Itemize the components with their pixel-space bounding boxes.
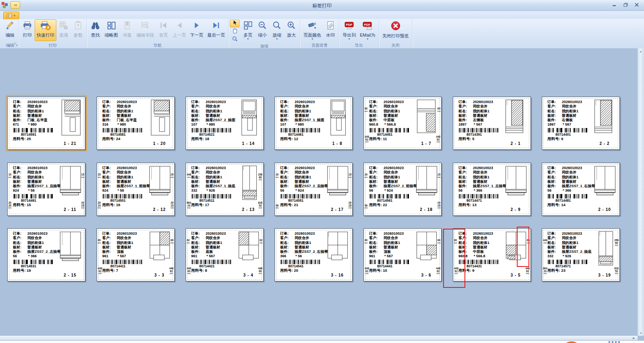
usage-value: 24 [115,136,120,141]
material-value: 普通板材 [384,245,398,250]
customer-value: 同纹合并 [206,236,220,240]
width-value: 961 [369,254,384,259]
zoom-button[interactable]: 放缩▼ [270,19,284,41]
restore-button[interactable] [622,2,629,8]
label-card-18[interactable]: 订单:2026010023客户:同纹合并柜名:我的柜体1板材:普通板材板件:抽屉… [275,228,353,281]
vertical-scrollbar[interactable]: ▲ ▼ [637,48,644,336]
edge-annotation-tr: 62 [260,239,262,244]
label-card-10[interactable]: 订单:2026010023客户:同纹合并柜名:我的柜体1板材:普通板材板件:抽屉… [186,163,264,216]
part-value: 抽屉ZSS7_2_后抽帮 [295,184,328,188]
cursor-select-button[interactable] [230,20,239,27]
zoom-region-button[interactable] [230,36,239,43]
last-page-button[interactable]: 最后一页 [205,19,227,41]
multi-page-button[interactable]: 多页▼ [241,19,255,41]
zoom-in-button[interactable]: 放大 [284,19,299,41]
next-page-button[interactable]: 下一页 [188,19,205,41]
label-card-3[interactable]: 订单:2026010023客户:同纹合并柜名:我的柜体1板材:普通板材板件:抽屉… [186,97,264,150]
zoom-out-icon [258,21,267,32]
label-card-4[interactable]: 订单:2026010023客户:同纹合并柜名:我的柜体1板材:普通板材板件:抽屉… [275,97,353,150]
bookmark-icon [122,21,132,32]
cabinet-value: 我的柜体1 [206,175,222,180]
close-print-preview-button[interactable]: 关闭打印预览 [380,19,411,41]
label-card-12[interactable]: 订单:2026010023客户:同纹合并柜名:我的柜体1板材:普通板材板件:抽屉… [363,163,442,216]
prev-page-icon [175,21,184,32]
label-card-8[interactable]: 订单:2026010023客户:同纹合并柜名:我的柜体1板材:普通板材板件:抽屉… [7,163,85,216]
label-card-14[interactable]: 订单:2026010023客户:同纹合并柜名:我的柜体1板材:普通板材板件:抽屉… [542,163,620,216]
label-card-21[interactable]: 订单:2026010023客户:同纹合并柜名:我的柜体1板材:普通板材板件:抽屉… [542,228,620,281]
order-value: 2026010023 [117,231,137,236]
material-value: 普通板材 [27,245,42,250]
customer-value: 同纹合并 [295,170,309,175]
barcode-number: 80714521 [186,132,228,136]
scroll-down-icon[interactable]: ▼ [638,330,644,336]
group-label-export: 导出 [341,43,378,48]
options-grid-icon [59,21,68,32]
order-value: 2026010023 [27,231,47,236]
zoom-out-button[interactable]: 缩小 [255,19,270,41]
hand-pan-button[interactable] [230,28,239,35]
label-card-6[interactable]: 订单:2026010023客户:同纹合并柜名:我的柜体1板材:普通板材板件:左侧… [453,97,531,150]
ribbon-tab-strip: ▼ [0,11,644,19]
order-value: 2026010023 [473,100,493,104]
edge-annotation-tr: 60 [438,107,440,112]
part-value: 抽屉ZSS7_1_右抽帮 [562,184,595,188]
quick-print-button[interactable]: 快速打印 [35,19,56,41]
find-button[interactable]: 查找 [88,19,103,41]
app-window: ≡▾ 标签打印 ▼ 编辑编辑打印快速打印选项?参数打印查找缩略图书签编辑字段首页… [0,0,644,343]
width-value: 56 [547,188,563,193]
label-card-15[interactable]: 订单:2026010023客户:同纹合并柜名:我的柜体1板材:普通板材板件:抽屉… [7,228,85,281]
first-page-button: 首页 [156,19,171,41]
edge-annotation-tl: 448 [543,239,547,244]
barcode-number: 80714451 [364,132,406,136]
cabinet-value: 我的柜体1 [27,175,44,180]
barcode-image [281,194,320,198]
label-card-11[interactable]: 订单:2026010023客户:同纹合并柜名:我的柜体1板材:普通板材板件:抽屉… [275,163,353,216]
application-menu-button[interactable]: ▼ [3,12,19,19]
label-card-19[interactable]: 订单:2026010023客户:同纹合并柜名:我的柜体1板材:普通板材板件:顶板… [363,228,442,281]
label-card-9[interactable]: 订单:2026010023客户:同纹合并柜名:我的柜体1板材:普通板材板件:抽屉… [97,163,175,216]
dialog-launcher-icon[interactable] [14,41,18,48]
material-value: 普通板材 [117,180,131,184]
usage-value: 8 [204,268,207,273]
material-value: 普通板材 [562,245,576,250]
print-button[interactable]: 打印 [20,19,35,41]
height-value: * 366 [563,188,571,193]
part-value: 门板_右半盖 [27,118,47,122]
part-value: 抽屉ZSS7_1_后抽帮 [27,184,61,188]
part-value: 抽屉ZSS7_1_抽面 [295,118,324,122]
usage-line: 用料号: 24 [97,136,174,141]
label-card-2[interactable]: 订单:2026010023客户:同纹合并柜名:我的柜体1板材:普通板材板件:门板… [97,97,175,150]
customer-value: 同纹合并 [27,236,42,240]
cabinet-value: 我的柜体1 [384,175,400,180]
barcode-number: 80714571 [542,264,584,268]
usage-line: 用料号: 15 [8,202,85,207]
barcode-number: 80714411 [97,264,139,268]
barcode-number: 80714391 [453,132,495,136]
barcode-image [548,128,587,132]
thumbnails-button[interactable]: 缩略图 [103,19,120,41]
edit-button[interactable]: 编辑 [3,19,17,41]
group-label-close: 关闭 [380,43,411,48]
label-card-16[interactable]: 订单:2026010023客户:同纹合并柜名:我的柜体1板材:普通板材板件:顶板… [97,228,175,281]
label-card-17[interactable]: 订单:2026010023客户:同纹合并柜名:我的柜体1板材:普通板材板件:底板… [186,228,264,281]
page-color-button[interactable]: 页面颜色▼ [301,19,323,41]
email-as-button[interactable]: PDFEMail为▼ [358,19,378,41]
barcode-number: 80714421 [186,264,228,268]
label-card-5[interactable]: 订单:2026010023客户:同纹合并柜名:我的柜体1板材:普通板材板件:中层… [363,97,442,150]
scroll-up-icon[interactable]: ▲ [638,48,644,54]
customer-value: 同纹合并 [206,170,220,175]
label-card-7[interactable]: 订单:2026010023客户:同纹合并柜名:我的柜体1板材:普通板材板件:右侧… [542,97,620,150]
options-button: 选项 [56,19,71,41]
minimize-button[interactable] [611,2,617,8]
label-card-13[interactable]: 订单:2026010023客户:同纹合并柜名:我的柜体1板材:普通板材板件:抽屉… [453,163,531,216]
parameters-clipboard-icon: ? [73,21,83,32]
order-value: 2026010023 [27,100,47,104]
width-value: 961 [191,254,206,259]
label-card-1[interactable]: 订单:2026010023客户:同纹合并柜名:我的柜体1板材:普通板材板件:门板… [7,97,85,150]
report-grid-icon [7,14,12,18]
close-button[interactable] [634,2,640,8]
export-to-button[interactable]: PDF导出到▼ [341,19,358,41]
watermark-button[interactable]: 水印 [323,19,338,41]
order-value: 2026010023 [27,166,47,170]
cabinet-value: 我的柜体1 [562,109,578,114]
